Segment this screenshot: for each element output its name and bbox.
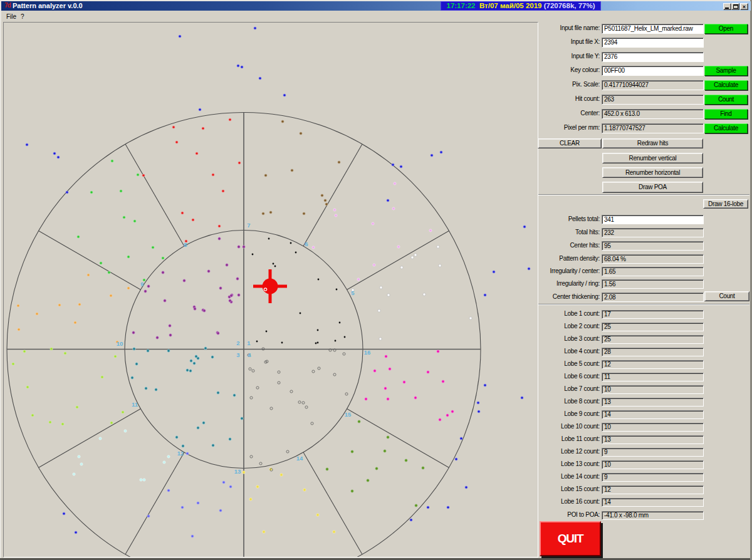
- svg-text:10: 10: [117, 340, 123, 347]
- svg-text:2: 2: [236, 340, 239, 346]
- svg-text:6: 6: [305, 241, 308, 247]
- svg-text:7: 7: [247, 222, 250, 229]
- svg-text:14: 14: [296, 455, 303, 462]
- svg-text:3: 3: [236, 351, 239, 358]
- svg-text:13: 13: [234, 468, 241, 475]
- svg-text:5: 5: [351, 289, 355, 296]
- svg-text:4: 4: [248, 351, 251, 358]
- svg-text:15: 15: [345, 411, 352, 418]
- svg-text:1: 1: [247, 340, 251, 346]
- svg-text:9: 9: [140, 281, 144, 288]
- svg-text:11: 11: [132, 401, 138, 408]
- svg-text:8: 8: [184, 241, 187, 248]
- svg-text:16: 16: [364, 349, 371, 356]
- svg-text:12: 12: [177, 450, 184, 457]
